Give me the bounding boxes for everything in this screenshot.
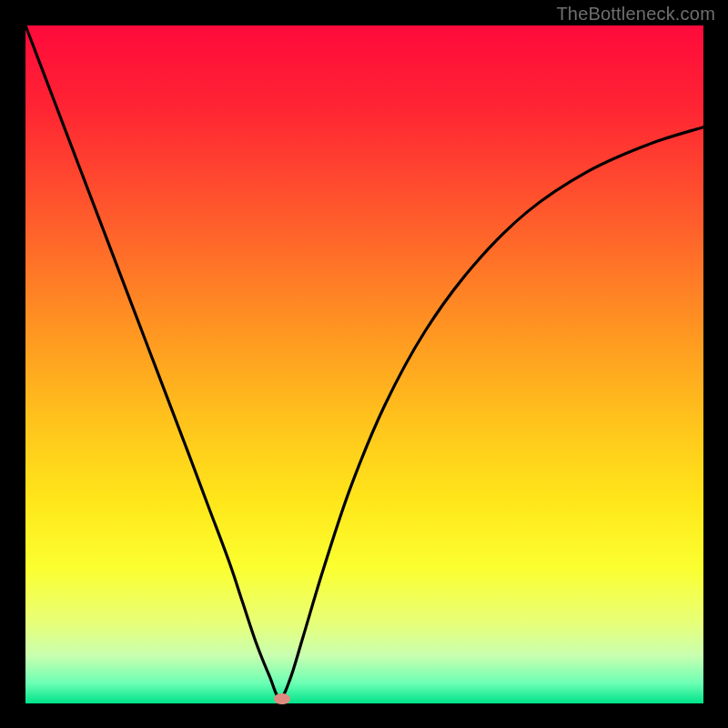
- bottleneck-curve-path: [25, 25, 703, 698]
- minimum-marker: [274, 693, 290, 704]
- watermark-label: TheBottleneck.com: [556, 4, 715, 25]
- line-series: [25, 25, 703, 703]
- plot-area: [25, 25, 703, 703]
- chart-frame: TheBottleneck.com: [0, 0, 728, 728]
